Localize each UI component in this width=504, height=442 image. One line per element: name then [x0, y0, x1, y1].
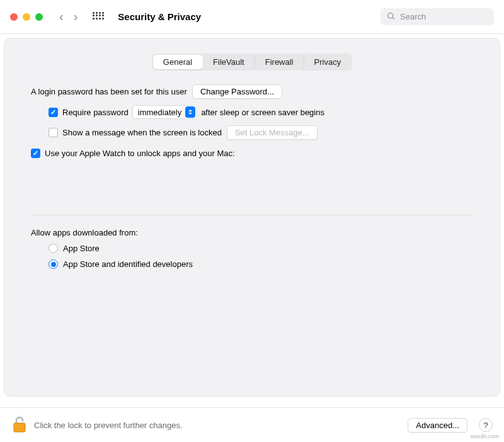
back-button[interactable]: ‹	[59, 9, 64, 24]
footer-bar: Click the lock to prevent further change…	[0, 407, 504, 442]
watermark-text: wsxdn.com	[471, 433, 499, 439]
show-all-prefs-icon[interactable]	[93, 12, 103, 22]
allow-identified-dev-radio[interactable]	[49, 259, 58, 269]
help-button[interactable]: ?	[479, 418, 493, 432]
allow-downloads-heading: Allow apps downloaded from:	[31, 228, 473, 237]
set-lock-message-button[interactable]: Set Lock Message...	[227, 125, 318, 140]
allow-appstore-radio[interactable]	[49, 244, 58, 253]
minimize-window-button[interactable]	[23, 13, 30, 21]
stepper-icon	[185, 106, 195, 118]
tab-privacy[interactable]: Privacy	[304, 55, 352, 69]
window-toolbar: ‹ › Security & Privacy	[0, 0, 504, 34]
svg-rect-2	[14, 423, 25, 432]
apple-watch-unlock-checkbox[interactable]	[31, 149, 40, 158]
login-password-text: A login password has been set for this u…	[31, 87, 187, 96]
tab-control: General FileVault Firewall Privacy	[152, 54, 352, 71]
section-divider	[31, 215, 473, 215]
show-lock-message-checkbox[interactable]	[49, 128, 58, 137]
traffic-lights	[10, 13, 43, 21]
allow-identified-dev-label: App Store and identified developers	[63, 259, 193, 269]
content-pane: General FileVault Firewall Privacy A log…	[4, 38, 500, 397]
apple-watch-unlock-label: Use your Apple Watch to unlock apps and …	[45, 149, 235, 158]
svg-line-1	[392, 17, 394, 19]
show-lock-message-label: Show a message when the screen is locked	[62, 128, 222, 137]
require-password-delay-value: immediately	[138, 108, 181, 117]
change-password-button[interactable]: Change Password...	[192, 84, 282, 99]
svg-point-0	[388, 13, 393, 18]
close-window-button[interactable]	[10, 13, 18, 21]
require-password-checkbox[interactable]	[49, 108, 58, 117]
tab-filevault[interactable]: FileVault	[203, 55, 255, 69]
forward-button[interactable]: ›	[74, 9, 78, 24]
search-icon	[387, 12, 399, 22]
search-field[interactable]	[381, 8, 494, 25]
require-password-label: Require password	[62, 108, 129, 117]
tab-general[interactable]: General	[153, 55, 203, 69]
window-title: Security & Privacy	[118, 11, 201, 22]
general-section: A login password has been set for this u…	[4, 84, 500, 269]
search-input[interactable]	[399, 11, 488, 22]
require-password-suffix: after sleep or screen saver begins	[201, 108, 324, 117]
allow-appstore-label: App Store	[63, 244, 100, 253]
require-password-delay-select[interactable]: immediately	[132, 105, 197, 119]
tab-firewall[interactable]: Firewall	[255, 55, 304, 69]
zoom-window-button[interactable]	[35, 13, 43, 21]
advanced-button[interactable]: Advanced...	[408, 418, 467, 433]
lock-icon[interactable]	[11, 416, 28, 434]
lock-message: Click the lock to prevent further change…	[34, 421, 401, 430]
